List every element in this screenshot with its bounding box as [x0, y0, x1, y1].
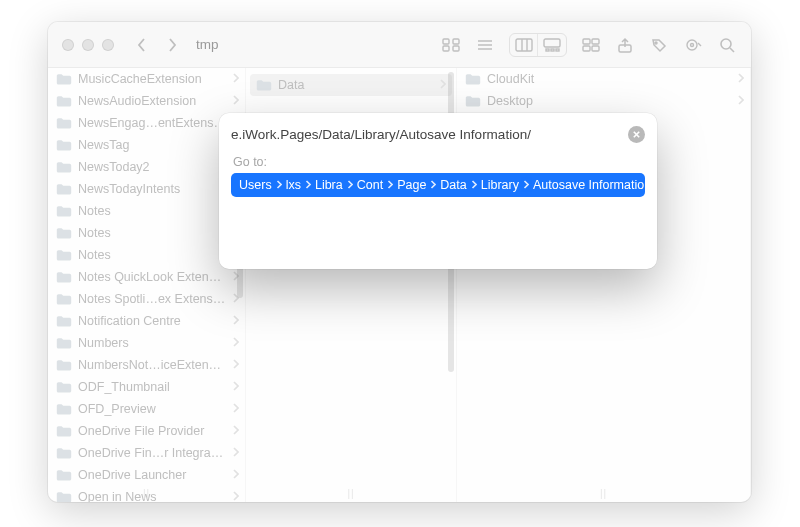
zoom-icon[interactable] [102, 39, 114, 51]
svg-rect-0 [443, 39, 449, 44]
item-label: OneDrive File Provider [78, 424, 226, 438]
chevron-right-icon [232, 380, 239, 394]
svg-rect-16 [583, 46, 590, 51]
item-label: Notes Spotli…ex Extension [78, 292, 226, 306]
item-label: NewsToday2 [78, 160, 226, 174]
search-button[interactable] [717, 36, 737, 54]
item-label: Data [278, 78, 433, 92]
list-item[interactable]: OneDrive Fin…r Integration [48, 442, 245, 464]
list-item[interactable]: ODF_Thumbnail [48, 376, 245, 398]
svg-rect-10 [544, 39, 560, 47]
chevron-right-icon [387, 178, 393, 192]
list-item[interactable]: OneDrive Launcher [48, 464, 245, 486]
list-item[interactable]: MusicCacheExtension [48, 68, 245, 90]
list-item[interactable]: Notes [48, 244, 245, 266]
view-gallery-button[interactable] [538, 34, 566, 56]
chevron-right-icon [737, 72, 744, 86]
item-label: OneDrive Launcher [78, 468, 226, 482]
tags-button[interactable] [649, 36, 669, 54]
svg-rect-15 [592, 39, 599, 44]
list-item[interactable]: Data [250, 74, 452, 96]
column-resize-handle[interactable]: || [143, 488, 150, 499]
breadcrumb-segment: Page [397, 178, 426, 192]
view-list-button[interactable] [475, 36, 495, 54]
clear-icon[interactable] [628, 126, 645, 143]
item-label: OneDrive Fin…r Integration [78, 446, 226, 460]
list-item[interactable]: NewsTag [48, 134, 245, 156]
svg-rect-7 [516, 39, 532, 51]
item-label: Notification Centre [78, 314, 226, 328]
window-controls[interactable] [62, 39, 114, 51]
breadcrumb-segment: Autosave Information [533, 178, 645, 192]
chevron-right-icon [439, 78, 446, 92]
item-label: NewsTag [78, 138, 226, 152]
breadcrumb-segment: Users [239, 178, 272, 192]
chevron-right-icon [232, 72, 239, 86]
list-item[interactable]: OneDrive File Provider [48, 420, 245, 442]
list-item[interactable]: Notes [48, 222, 245, 244]
minimize-icon[interactable] [82, 39, 94, 51]
item-label: OFD_Preview [78, 402, 226, 416]
chevron-right-icon [523, 178, 529, 192]
breadcrumb-segment: Cont [357, 178, 383, 192]
list-item[interactable]: Notes [48, 200, 245, 222]
go-to-folder-dialog: e.iWork.Pages/Data/Library/Autosave Info… [219, 113, 657, 269]
list-item[interactable]: Notes QuickLook Extension [48, 266, 245, 288]
list-item[interactable]: NumbersNot…iceExtension [48, 354, 245, 376]
list-item[interactable]: Desktop [457, 90, 750, 112]
list-item[interactable]: NewsToday2 [48, 156, 245, 178]
group-button[interactable] [581, 36, 601, 54]
list-item[interactable]: OFD_Preview [48, 398, 245, 420]
view-icons-button[interactable] [441, 36, 461, 54]
view-columns-button[interactable] [510, 34, 538, 56]
list-item[interactable]: CloudKit [457, 68, 750, 90]
svg-rect-17 [592, 46, 599, 51]
toolbar: tmp [48, 22, 751, 68]
item-label: NewsEngag…entExtension [78, 116, 226, 130]
svg-point-22 [721, 39, 731, 49]
chevron-right-icon [347, 178, 353, 192]
item-label: NewsTodayIntents [78, 182, 226, 196]
action-button[interactable] [683, 36, 703, 54]
svg-rect-3 [453, 46, 459, 51]
column-resize-handle[interactable]: || [347, 488, 354, 499]
item-label: Notes [78, 248, 226, 262]
column-1[interactable]: MusicCacheExtensionNewsAudioExtensionNew… [48, 68, 246, 502]
back-button[interactable] [132, 36, 152, 54]
chevron-right-icon [232, 446, 239, 460]
chevron-right-icon [232, 424, 239, 438]
list-item[interactable]: NewsTodayIntents [48, 178, 245, 200]
item-label: Numbers [78, 336, 226, 350]
list-item[interactable]: Numbers [48, 332, 245, 354]
path-input[interactable]: e.iWork.Pages/Data/Library/Autosave Info… [231, 127, 622, 142]
go-to-label: Go to: [233, 155, 645, 169]
svg-line-23 [730, 48, 734, 52]
list-item[interactable]: Notification Centre [48, 310, 245, 332]
svg-rect-13 [556, 49, 559, 51]
chevron-right-icon [232, 94, 239, 108]
breadcrumb-segment: Libra [315, 178, 343, 192]
svg-point-20 [687, 40, 697, 50]
breadcrumb-segment: Library [481, 178, 519, 192]
svg-point-19 [655, 42, 657, 44]
share-button[interactable] [615, 36, 635, 54]
chevron-right-icon [232, 402, 239, 416]
item-label: CloudKit [487, 72, 731, 86]
list-item[interactable]: Notes Spotli…ex Extension [48, 288, 245, 310]
chevron-right-icon [232, 468, 239, 482]
item-label: Notes [78, 226, 226, 240]
close-icon[interactable] [62, 39, 74, 51]
column-resize-handle[interactable]: || [600, 488, 607, 499]
window-title: tmp [196, 37, 219, 52]
forward-button[interactable] [162, 36, 182, 54]
chevron-right-icon [305, 178, 311, 192]
list-item[interactable]: NewsEngag…entExtension [48, 112, 245, 134]
path-suggestion[interactable]: UserslxsLibraContPageDataLibraryAutosave… [231, 173, 645, 197]
item-label: Notes QuickLook Extension [78, 270, 226, 284]
chevron-right-icon [471, 178, 477, 192]
svg-rect-2 [443, 46, 449, 51]
list-item[interactable]: NewsAudioExtension [48, 90, 245, 112]
item-label: NewsAudioExtension [78, 94, 226, 108]
breadcrumb-segment: Data [440, 178, 466, 192]
svg-rect-12 [551, 49, 554, 51]
